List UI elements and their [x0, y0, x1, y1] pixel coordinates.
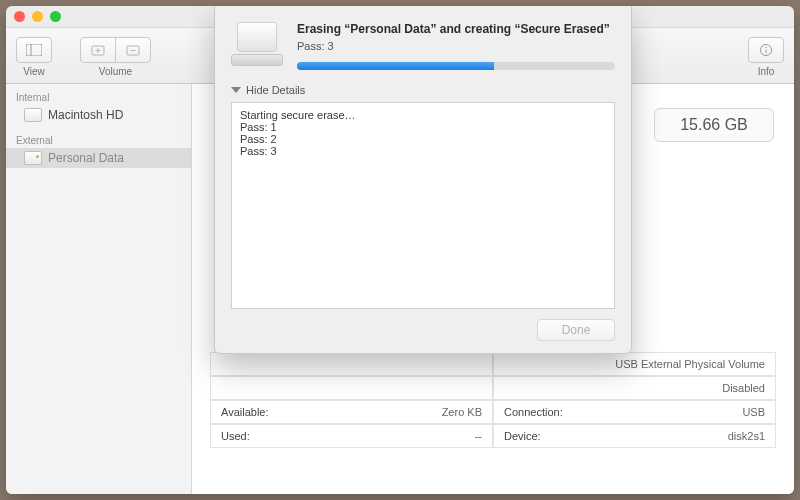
info-button[interactable] [748, 37, 784, 63]
capacity-value: 15.66 GB [680, 116, 748, 134]
drive-icon [231, 22, 283, 66]
erase-progress-sheet: Erasing “Personal Data” and creating “Se… [214, 6, 632, 354]
toolbar-view-group: View [16, 37, 52, 77]
info-cell [210, 352, 493, 376]
volume-remove-button[interactable] [115, 37, 151, 63]
info-label: Info [758, 66, 775, 77]
sidebar-internal-header: Internal [6, 88, 191, 105]
volume-plus-icon [91, 43, 105, 57]
sidebar: Internal Macintosh HD External Personal … [6, 84, 192, 494]
toolbar-info-group: Info [748, 37, 784, 77]
done-button: Done [537, 319, 615, 341]
hide-details-toggle[interactable]: Hide Details [231, 84, 615, 96]
svg-rect-0 [26, 44, 42, 56]
volume-add-button[interactable] [80, 37, 116, 63]
volume-minus-icon [126, 43, 140, 57]
info-table: USB External Physical Volume Disabled Av… [210, 352, 776, 448]
info-cell: Connection:USB [493, 400, 776, 424]
external-disk-icon [24, 151, 42, 165]
disclose-label: Hide Details [246, 84, 305, 96]
info-cell: Used:-- [210, 424, 493, 448]
svg-point-13 [765, 46, 767, 48]
toolbar-volume-label: Volume [99, 66, 132, 77]
info-icon [759, 43, 773, 57]
toolbar-volume-group: Volume [80, 37, 151, 77]
toolbar-view-label: View [23, 66, 45, 77]
sheet-title: Erasing “Personal Data” and creating “Se… [297, 22, 615, 36]
info-cell: Available:Zero KB [210, 400, 493, 424]
info-cell: Device:disk2s1 [493, 424, 776, 448]
progress-fill [297, 62, 494, 70]
view-button[interactable] [16, 37, 52, 63]
sidebar-external-header: External [6, 131, 191, 148]
progress-bar [297, 62, 615, 70]
sidebar-item-label: Macintosh HD [48, 108, 123, 122]
chevron-down-icon [231, 87, 241, 93]
info-cell [210, 376, 493, 400]
info-cell: USB External Physical Volume [493, 352, 776, 376]
internal-disk-icon [24, 108, 42, 122]
sheet-subtitle: Pass: 3 [297, 40, 615, 52]
sidebar-item-macintosh-hd[interactable]: Macintosh HD [6, 105, 191, 125]
app-window: Disk Utility View Volume [6, 6, 794, 494]
capacity-badge: 15.66 GB [654, 108, 774, 142]
erase-log: Starting secure erase… Pass: 1 Pass: 2 P… [231, 102, 615, 309]
info-cell: Disabled [493, 376, 776, 400]
sidebar-item-label: Personal Data [48, 151, 124, 165]
sidebar-item-personal-data[interactable]: Personal Data [6, 148, 191, 168]
sidebar-icon [26, 44, 42, 56]
